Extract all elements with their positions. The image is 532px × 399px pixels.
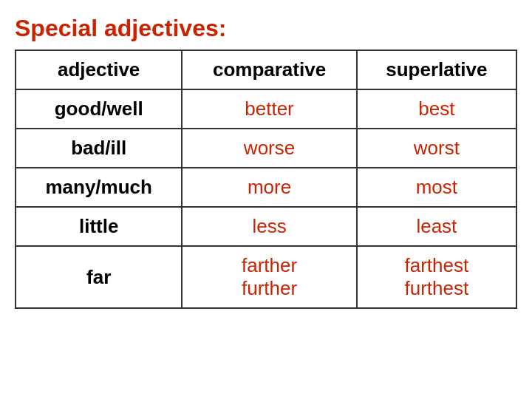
cell-superlative: most: [357, 168, 516, 207]
cell-adjective: far: [16, 246, 182, 308]
page-title: Special adjectives:: [15, 15, 517, 42]
cell-adjective: bad/ill: [16, 129, 182, 168]
cell-comparative: better: [182, 89, 356, 129]
cell-comparative: fartherfurther: [182, 246, 356, 308]
cell-superlative: best: [357, 89, 516, 129]
table-row: littlelessleast: [16, 207, 516, 246]
cell-comparative: more: [182, 168, 356, 207]
header-comparative: comparative: [182, 50, 356, 89]
cell-superlative: least: [357, 207, 516, 246]
table-row: farfartherfurtherfarthestfurthest: [16, 246, 516, 308]
cell-superlative: farthestfurthest: [357, 246, 516, 308]
header-adjective: adjective: [16, 50, 182, 89]
table-row: good/wellbetterbest: [16, 89, 516, 129]
cell-comparative: less: [182, 207, 356, 246]
cell-adjective: good/well: [16, 89, 182, 129]
table-row: bad/illworseworst: [16, 129, 516, 168]
cell-adjective: little: [16, 207, 182, 246]
cell-comparative: worse: [182, 129, 356, 168]
cell-superlative: worst: [357, 129, 516, 168]
table-row: many/muchmoremost: [16, 168, 516, 207]
cell-adjective: many/much: [16, 168, 182, 207]
table-header-row: adjective comparative superlative: [16, 50, 516, 89]
header-superlative: superlative: [357, 50, 516, 89]
adjectives-table: adjective comparative superlative good/w…: [15, 50, 517, 309]
